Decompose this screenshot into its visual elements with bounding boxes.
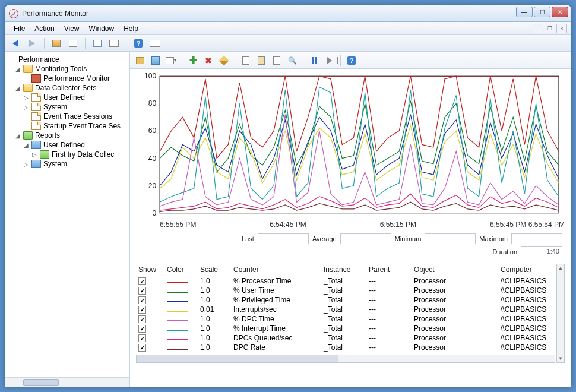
last-value: --------- — [258, 233, 309, 244]
counter-grid[interactable]: Show Color Scale Counter Instance Parent… — [130, 261, 571, 387]
mdi-restore-button[interactable]: ❐ — [545, 24, 555, 33]
update-data-button[interactable] — [323, 54, 336, 67]
graph-help-button[interactable]: ? — [345, 54, 358, 67]
back-button[interactable] — [9, 37, 22, 50]
col-computer[interactable]: Computer — [498, 265, 555, 274]
close-button[interactable]: ✕ — [552, 7, 568, 17]
highlight-button[interactable] — [217, 54, 230, 67]
step-icon — [327, 57, 332, 64]
cell-parent: --- — [366, 296, 412, 304]
col-color[interactable]: Color — [164, 265, 198, 274]
duration-value: 1:40 — [521, 246, 562, 257]
cell-parent: --- — [366, 315, 412, 323]
export-button[interactable] — [91, 37, 104, 50]
counter-row[interactable]: ✔1.0% Privileged Time_Total---Processor\… — [136, 295, 555, 305]
cell-counter: Interrupts/sec — [231, 305, 321, 314]
navigation-tree[interactable]: Performance ◢Monitoring Tools Performanc… — [5, 52, 130, 387]
freeze-display-button[interactable] — [308, 54, 321, 67]
help-button[interactable]: ? — [132, 37, 145, 50]
tree-root[interactable]: Performance — [7, 55, 128, 64]
mdi-minimize-button[interactable]: – — [533, 24, 543, 33]
col-instance[interactable]: Instance — [321, 265, 366, 274]
tree-startup-event-trace[interactable]: Startup Event Trace Ses — [7, 121, 128, 131]
menu-view[interactable]: View — [59, 23, 84, 34]
forward-button[interactable] — [26, 37, 39, 50]
zoom-button[interactable]: 🔍 — [286, 54, 299, 67]
tree-event-trace-sessions[interactable]: Event Trace Sessions — [7, 112, 128, 121]
menu-action[interactable]: Action — [30, 23, 59, 34]
delete-counter-button[interactable]: ✖ — [202, 54, 215, 67]
view-current-activity-button[interactable] — [134, 54, 147, 67]
tree-dcs-system[interactable]: ▷System — [7, 102, 128, 112]
svg-text:0: 0 — [152, 209, 156, 217]
cell-counter: % User Time — [231, 286, 321, 295]
grid-vertical-scrollbar[interactable]: ▲▼ — [556, 264, 565, 363]
cell-scale: 1.0 — [198, 286, 231, 295]
minimum-value: --------- — [425, 233, 476, 244]
tree-monitoring-tools[interactable]: ◢Monitoring Tools — [7, 64, 128, 74]
maximize-button[interactable]: ☐ — [534, 7, 550, 17]
show-checkbox[interactable]: ✔ — [138, 306, 146, 314]
counter-row[interactable]: ✔0.01Interrupts/sec_Total---Processor\\C… — [136, 305, 555, 314]
plus-icon: ✚ — [189, 55, 197, 66]
col-show[interactable]: Show — [136, 265, 164, 274]
show-checkbox[interactable]: ✔ — [138, 287, 146, 295]
cell-parent: --- — [366, 334, 412, 342]
tree-data-collector-sets[interactable]: ◢Data Collector Sets — [7, 83, 128, 93]
properties-button[interactable] — [107, 37, 121, 50]
cell-computer: \\CLIPBASICS — [498, 305, 555, 314]
counter-row[interactable]: ✔1.0% Interrupt Time_Total---Processor\\… — [136, 324, 555, 333]
paste-button[interactable] — [255, 54, 268, 67]
cell-instance: _Total — [321, 305, 366, 314]
chart-area[interactable]: 020406080100 — [130, 69, 571, 220]
col-scale[interactable]: Scale — [198, 265, 231, 274]
show-checkbox[interactable]: ✔ — [138, 296, 146, 304]
properties-button-2[interactable] — [270, 54, 283, 67]
tree-dcs-user-defined[interactable]: ▷User Defined — [7, 93, 128, 102]
counter-row[interactable]: ✔1.0% User Time_Total---Processor\\CLIPB… — [136, 286, 555, 295]
col-counter[interactable]: Counter — [231, 265, 321, 274]
col-parent[interactable]: Parent — [366, 265, 412, 274]
color-swatch — [167, 349, 188, 350]
minimize-button[interactable]: — — [516, 7, 533, 17]
copy-properties-button[interactable] — [239, 54, 252, 67]
magnifier-icon: 🔍 — [288, 56, 297, 65]
cell-counter: DPC Rate — [231, 343, 321, 352]
show-checkbox[interactable]: ✔ — [138, 344, 146, 352]
change-graph-type-button[interactable]: ▾ — [164, 54, 178, 67]
counter-row[interactable]: ✔1.0% DPC Time_Total---Processor\\CLIPBA… — [136, 314, 555, 324]
add-counter-button[interactable]: ✚ — [186, 54, 200, 67]
color-swatch — [167, 311, 188, 312]
maximum-value: --------- — [511, 233, 562, 244]
menu-window[interactable]: Window — [84, 23, 119, 34]
grid-header[interactable]: Show Color Scale Counter Instance Parent… — [136, 264, 555, 276]
show-checkbox[interactable]: ✔ — [138, 315, 146, 323]
mdi-close-button[interactable]: × — [556, 24, 567, 33]
show-checkbox[interactable]: ✔ — [138, 277, 146, 285]
menu-help[interactable]: Help — [119, 23, 143, 34]
tree-first-try[interactable]: ▷First try Data Collec — [7, 150, 128, 159]
cell-scale: 1.0 — [198, 315, 231, 323]
view-log-button[interactable] — [148, 37, 162, 50]
show-checkbox[interactable]: ✔ — [138, 334, 146, 342]
menu-file[interactable]: File — [9, 23, 30, 34]
counter-row[interactable]: ✔1.0DPCs Queued/sec_Total---Processor\\C… — [136, 333, 555, 343]
titlebar[interactable]: Performance Monitor — ☐ ✕ — [5, 5, 571, 22]
duration-label: Duration — [492, 248, 517, 255]
counter-row[interactable]: ✔1.0% Processor Time_Total---Processor\\… — [136, 276, 555, 286]
counter-row[interactable]: ✔1.0DPC Rate_Total---Processor\\CLIPBASI… — [136, 343, 555, 352]
average-label: Average — [312, 235, 337, 242]
tree-performance-monitor[interactable]: Performance Monitor — [7, 74, 128, 83]
cell-scale: 1.0 — [198, 334, 231, 342]
tree-reports-user-defined[interactable]: ◢User Defined — [7, 140, 128, 150]
window-title: Performance Monitor — [22, 10, 88, 18]
tree-horizontal-scrollbar[interactable] — [5, 377, 129, 387]
tree-reports-system[interactable]: ▷System — [7, 159, 128, 169]
show-hide-tree-button[interactable] — [50, 37, 63, 50]
col-object[interactable]: Object — [412, 265, 498, 274]
new-window-button[interactable] — [67, 37, 80, 50]
tree-reports[interactable]: ◢Reports — [7, 131, 128, 140]
show-checkbox[interactable]: ✔ — [138, 325, 146, 333]
view-log-data-button[interactable] — [149, 54, 162, 67]
grid-horizontal-scrollbar[interactable] — [136, 355, 555, 363]
